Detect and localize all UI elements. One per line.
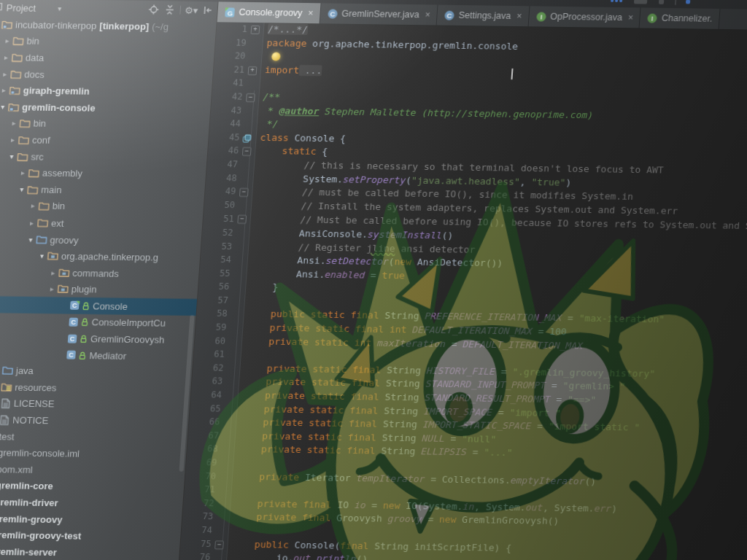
line-number: 20 (214, 50, 246, 63)
run-config-dots-icon[interactable] (611, 0, 614, 2)
code-viewport[interactable]: 1+/*...*/19package org.apache.tinkerpop.… (177, 22, 747, 560)
tree-item-label: gremlin-console.iml (0, 447, 80, 459)
tab-settings-java[interactable]: CSettings.java× (437, 5, 530, 27)
search-icon[interactable] (675, 0, 677, 5)
divider-dots-icon[interactable] (634, 0, 647, 4)
line-number: 59 (196, 320, 227, 334)
expand-arrow-icon[interactable]: ▸ (2, 37, 12, 45)
vcs-icon[interactable] (619, 0, 622, 2)
fold-toggle[interactable]: − (214, 540, 224, 549)
tab-opprocessor-java[interactable]: IOpProcessor.java× (528, 6, 641, 28)
tree-item-pom-xml[interactable]: mpom.xml (0, 460, 185, 480)
tree-item-label: Mediator (89, 350, 127, 362)
svg-text:C: C (68, 351, 74, 359)
code-text: class Console { (260, 131, 347, 146)
folder-module-icon (1, 20, 14, 29)
line-number: 74 (181, 524, 212, 537)
folder-icon (18, 136, 31, 145)
expand-arrow-icon[interactable]: ▸ (0, 70, 10, 78)
tree-item-gremlin-driver[interactable]: ▸gremlin-driver (0, 494, 183, 513)
line-number: 76 (179, 551, 211, 560)
class-icon: C (66, 333, 79, 343)
fold-toggle[interactable]: − (239, 188, 249, 197)
tree-item-label: groovy (50, 234, 79, 246)
chevron-down-icon[interactable]: ▾ (58, 4, 62, 12)
expand-arrow-icon[interactable]: ▸ (8, 136, 18, 144)
interface-icon: I (646, 12, 658, 23)
tab-channelizer-[interactable]: IChannelizer. (640, 7, 720, 28)
project-tree: ▾incubator-tinkerpop[tinkerpop](~/g▸bin▸… (0, 16, 217, 560)
tree-item-label: assembly (42, 168, 82, 179)
line-number: 54 (200, 252, 231, 266)
folder-icon (18, 119, 31, 128)
text-caret (511, 69, 513, 79)
code-text: */ (260, 117, 279, 131)
tree-item-gremlin-groovy-test[interactable]: ▸gremlin-groovy-test (0, 526, 181, 546)
tree-item-label: gremlin-groovy (0, 513, 63, 525)
tree-item-test[interactable]: ▸test (0, 427, 187, 447)
expand-arrow-icon[interactable]: ▸ (47, 284, 57, 292)
expand-arrow-icon[interactable]: ▸ (9, 120, 19, 128)
expand-arrow-icon[interactable]: ▸ (28, 202, 38, 210)
expand-arrow-icon[interactable]: ▾ (37, 252, 47, 260)
expand-arrow-icon[interactable]: ▾ (26, 235, 36, 243)
tab-console-groovy[interactable]: GConsole.groovy× (217, 1, 322, 23)
intellij-window: Project ▾ ⚙▾ ▾incubator-tinkerpop[tinker… (0, 0, 747, 560)
expand-arrow-icon[interactable]: ▸ (18, 169, 28, 177)
locate-icon[interactable] (147, 4, 159, 15)
line-number: 19 (215, 36, 247, 50)
gear-icon[interactable]: ⚙▾ (185, 4, 197, 15)
line-number: 70 (185, 469, 216, 483)
expand-arrow-icon[interactable]: ▾ (17, 185, 27, 193)
tree-item-label: Console (93, 300, 128, 312)
collapse-all-icon[interactable] (163, 4, 175, 15)
code-text: } (249, 280, 279, 294)
tree-item-gremlin-console-iml[interactable]: IJgremlin-console.iml (0, 444, 187, 464)
groovy-badge-icon (77, 350, 88, 359)
tab-gremlinserver-java[interactable]: CGremlinServer.java× (320, 3, 438, 25)
line-number: 21 (213, 63, 244, 77)
folder-module-icon (7, 102, 20, 112)
search-icon[interactable] (686, 0, 690, 4)
hide-panel-icon[interactable] (201, 5, 213, 16)
tree-item-label: GremlinGroovysh (90, 333, 165, 345)
line-number: 67 (187, 429, 219, 443)
code-text: import ... (264, 63, 322, 78)
run-widget-icon[interactable] (615, 0, 618, 2)
tab-label: Console.groovy (239, 7, 303, 18)
search-icon[interactable] (659, 0, 664, 4)
tree-item-label: giraph-gremlin (23, 85, 90, 97)
close-icon[interactable]: × (425, 9, 430, 20)
tree-item-label: gremlin-core (0, 481, 53, 492)
fold-toggle[interactable]: + (248, 66, 258, 75)
fold-toggle[interactable]: − (246, 93, 255, 102)
tree-item-label: bin (26, 36, 39, 47)
tab-label: Settings.java (458, 10, 511, 21)
expand-arrow-icon[interactable]: ▸ (48, 268, 58, 276)
line-number: 57 (197, 293, 228, 307)
fold-toggle[interactable]: + (250, 26, 260, 34)
folder-package-icon (47, 251, 60, 260)
close-icon[interactable]: × (308, 8, 314, 18)
close-icon[interactable]: × (628, 12, 634, 23)
panel-title: Project (6, 2, 36, 14)
folder-icon (26, 184, 39, 194)
tree-item-gremlin-core[interactable]: ▸gremlin-core (0, 477, 185, 497)
tab-label: GremlinServer.java (341, 9, 419, 20)
fold-toggle[interactable]: − (242, 147, 252, 156)
separator (179, 6, 181, 15)
interface-icon: I (535, 11, 547, 22)
expand-arrow-icon[interactable]: ▸ (0, 86, 9, 94)
tree-item-gremlin-groovy[interactable]: ▸gremlin-groovy (0, 510, 182, 529)
fold-toggle[interactable]: − (237, 215, 247, 224)
line-number: 55 (199, 266, 231, 280)
intention-bulb-icon[interactable] (271, 52, 281, 61)
close-icon[interactable]: × (516, 11, 522, 21)
expand-arrow-icon[interactable]: ▸ (1, 53, 12, 61)
tree-item-label: bin (52, 201, 65, 212)
code-text: static { (259, 145, 328, 160)
tree-item-gremlin-server[interactable]: ▸gremlin-server (0, 542, 179, 560)
expand-arrow-icon[interactable]: ▸ (27, 219, 37, 227)
tree-item-notice[interactable]: NOTICE (0, 411, 189, 431)
expand-arrow-icon[interactable]: ▾ (7, 152, 17, 160)
